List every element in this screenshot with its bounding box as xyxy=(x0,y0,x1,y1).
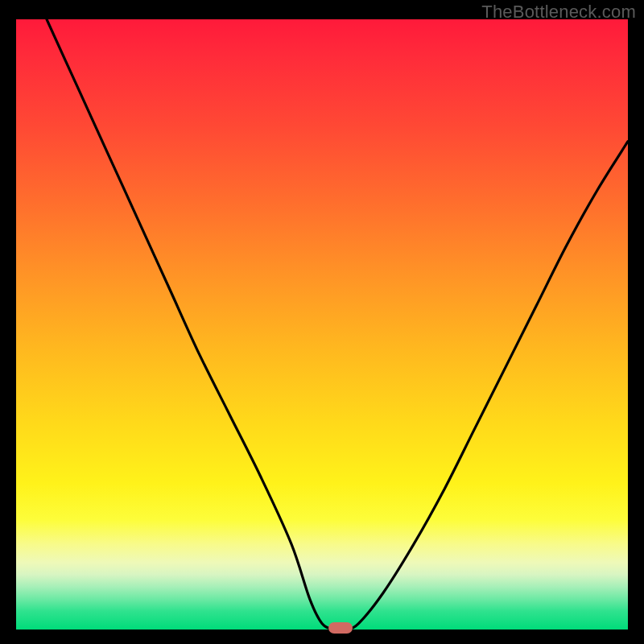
bottleneck-curve xyxy=(16,19,628,630)
watermark-text: TheBottleneck.com xyxy=(481,2,636,23)
chart-frame: TheBottleneck.com xyxy=(0,0,644,644)
plot-area xyxy=(16,19,628,630)
curve-path xyxy=(47,19,628,630)
optimal-marker xyxy=(328,622,353,634)
